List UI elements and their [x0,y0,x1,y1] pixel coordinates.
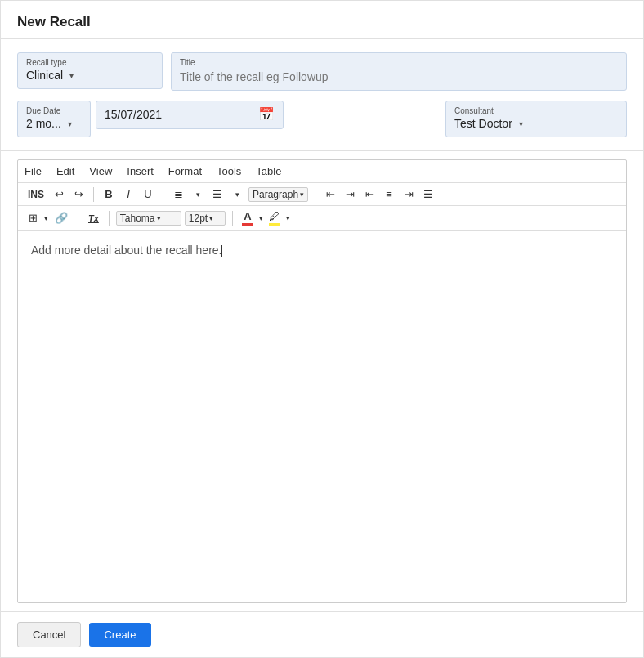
editor-section: File Edit View Insert Format Tools Table… [17,159,627,603]
recall-type-label: Recall type [26,58,154,67]
menu-format[interactable]: Format [168,163,202,179]
due-date-dropdown-value: 2 mo... [26,117,61,130]
clear-format-button[interactable]: Tx [85,212,102,225]
highlight-color-button[interactable]: 🖊 [266,209,283,226]
align-justify-button[interactable]: ☰ [420,186,436,202]
italic-button[interactable]: I [120,186,136,202]
editor-toolbar-row2: ⊞ ▾ 🔗 Tx Tahoma ▾ 12pt ▾ A ▾ [18,206,626,231]
due-date-dropdown-value-row: 2 mo... ▾ [26,117,82,130]
table-insert-button[interactable]: ⊞ [25,210,41,226]
toolbar-separator-4 [78,211,78,226]
footer-section: Cancel Create [1,611,643,657]
ordered-list-chevron[interactable]: ▾ [190,189,206,200]
font-size-chevron-icon: ▾ [209,214,213,222]
menu-tools[interactable]: Tools [217,163,241,179]
toolbar-separator-6 [232,211,233,226]
table-chevron-icon[interactable]: ▾ [44,214,48,222]
menu-view[interactable]: View [89,163,112,179]
toolbar-separator-5 [109,211,110,226]
font-select[interactable]: Tahoma ▾ [116,211,181,226]
editor-content[interactable]: Add more detail about the recall here. [18,231,626,476]
ordered-list-button[interactable]: ≣ [170,186,186,202]
form-section: Recall type Clinical ▾ Title Due Date 2 … [1,39,643,151]
form-row-2: Due Date 2 mo... ▾ 15/07/2021 📅 Consulta… [17,101,627,137]
paragraph-select-label: Paragraph [253,189,298,200]
editor-content-text: Add more detail about the recall here. [31,244,221,257]
paragraph-chevron-icon: ▾ [300,190,304,199]
create-button[interactable]: Create [89,623,150,647]
calendar-icon[interactable]: 📅 [258,106,275,122]
recall-type-chevron-icon: ▾ [69,71,74,80]
consultant-value-row: Test Doctor ▾ [454,117,618,130]
editor-toolbar-row1: INS ↩ ↪ B I U ≣ ▾ ☰ ▾ Paragraph ▾ ⇤ ⇥ ⇤ … [18,183,626,206]
due-date-value: 15/07/2021 [105,108,162,121]
title-label: Title [180,58,618,67]
link-button[interactable]: 🔗 [51,210,71,226]
due-date-chevron-icon: ▾ [68,119,72,128]
font-color-button[interactable]: A [239,209,256,226]
unordered-list-button[interactable]: ☰ [209,186,226,202]
highlight-color-chevron-icon[interactable]: ▾ [286,214,290,222]
editor-cursor [221,245,222,257]
page-container: New Recall Recall type Clinical ▾ Title … [0,0,644,658]
highlight-color-icon: 🖊 [269,210,280,222]
toolbar-separator-1 [93,187,94,202]
due-date-input-box[interactable]: 15/07/2021 📅 [96,101,284,129]
menu-edit[interactable]: Edit [56,163,74,179]
menu-file[interactable]: File [25,163,42,179]
title-input[interactable] [180,70,618,83]
title-field[interactable]: Title [171,52,627,91]
form-row-1: Recall type Clinical ▾ Title [17,52,627,91]
consultant-value: Test Doctor [454,117,512,130]
paragraph-select[interactable]: Paragraph ▾ [248,187,308,202]
consultant-dropdown[interactable]: Consultant Test Doctor ▾ [445,101,627,137]
font-color-chevron-icon[interactable]: ▾ [259,214,263,222]
font-chevron-icon: ▾ [157,214,161,222]
highlight-color-bar [269,223,280,226]
align-outdent-button[interactable]: ⇤ [322,186,338,202]
undo-button[interactable]: ↩ [51,186,67,202]
consultant-chevron-icon: ▾ [519,119,523,128]
ins-badge: INS [25,187,47,202]
toolbar-separator-2 [163,187,163,202]
font-color-letter: A [244,210,251,222]
page-title: New Recall [17,14,91,29]
font-color-bar [242,223,253,226]
align-left-button[interactable]: ⇤ [361,186,378,202]
menu-insert[interactable]: Insert [127,163,154,179]
align-center-button[interactable]: ≡ [381,186,397,202]
font-select-label: Tahoma [120,213,155,224]
menu-table[interactable]: Table [256,163,281,179]
font-size-label: 12pt [189,213,208,224]
cancel-button[interactable]: Cancel [17,622,81,647]
due-date-dropdown[interactable]: Due Date 2 mo... ▾ [17,101,91,137]
bold-button[interactable]: B [101,186,117,202]
underline-button[interactable]: U [140,186,156,202]
font-size-select[interactable]: 12pt ▾ [185,211,226,226]
align-right-button[interactable]: ⇥ [400,186,417,202]
recall-type-value: Clinical [26,69,63,82]
redo-button[interactable]: ↪ [70,186,87,202]
consultant-label: Consultant [454,106,618,115]
unordered-list-chevron[interactable]: ▾ [229,189,245,200]
recall-type-dropdown[interactable]: Recall type Clinical ▾ [17,52,163,89]
align-indent-button[interactable]: ⇥ [342,186,358,202]
recall-type-value-row: Clinical ▾ [26,69,154,82]
editor-menubar: File Edit View Insert Format Tools Table [18,160,626,183]
due-date-label: Due Date [26,106,82,115]
page-header: New Recall [1,1,643,39]
toolbar-separator-3 [315,187,315,202]
